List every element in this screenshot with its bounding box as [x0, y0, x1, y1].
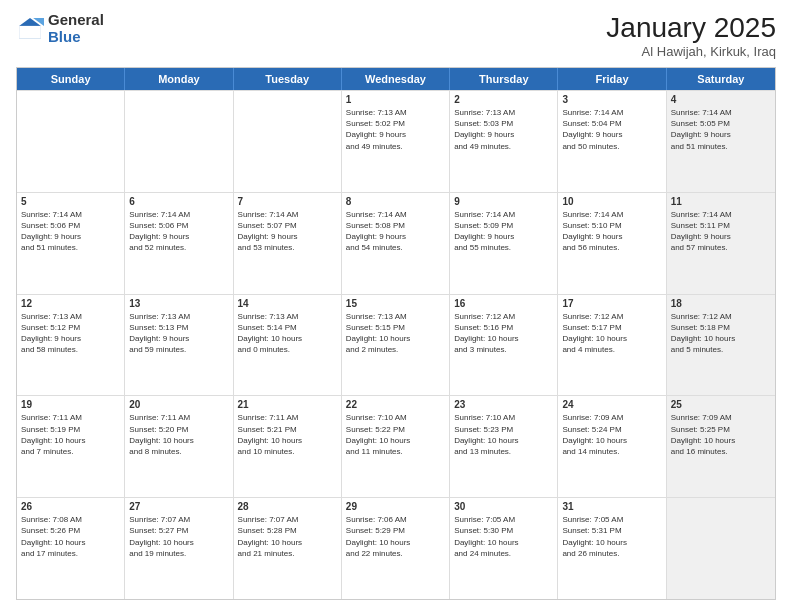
calendar-cell: 30Sunrise: 7:05 AM Sunset: 5:30 PM Dayli…	[450, 498, 558, 599]
day-number: 29	[346, 501, 445, 512]
day-number: 20	[129, 399, 228, 410]
calendar-cell: 1Sunrise: 7:13 AM Sunset: 5:02 PM Daylig…	[342, 91, 450, 192]
day-details: Sunrise: 7:07 AM Sunset: 5:28 PM Dayligh…	[238, 515, 302, 558]
calendar-cell: 24Sunrise: 7:09 AM Sunset: 5:24 PM Dayli…	[558, 396, 666, 497]
calendar-week-1: 1Sunrise: 7:13 AM Sunset: 5:02 PM Daylig…	[17, 90, 775, 192]
day-details: Sunrise: 7:13 AM Sunset: 5:13 PM Dayligh…	[129, 312, 190, 355]
day-details: Sunrise: 7:14 AM Sunset: 5:05 PM Dayligh…	[671, 108, 732, 151]
calendar-cell: 4Sunrise: 7:14 AM Sunset: 5:05 PM Daylig…	[667, 91, 775, 192]
day-details: Sunrise: 7:13 AM Sunset: 5:02 PM Dayligh…	[346, 108, 407, 151]
day-details: Sunrise: 7:11 AM Sunset: 5:21 PM Dayligh…	[238, 413, 302, 456]
day-number: 31	[562, 501, 661, 512]
day-number: 3	[562, 94, 661, 105]
calendar-cell: 8Sunrise: 7:14 AM Sunset: 5:08 PM Daylig…	[342, 193, 450, 294]
header: General Blue January 2025 Al Hawijah, Ki…	[16, 12, 776, 59]
calendar-week-5: 26Sunrise: 7:08 AM Sunset: 5:26 PM Dayli…	[17, 497, 775, 599]
day-details: Sunrise: 7:06 AM Sunset: 5:29 PM Dayligh…	[346, 515, 410, 558]
day-number: 22	[346, 399, 445, 410]
calendar-cell: 23Sunrise: 7:10 AM Sunset: 5:23 PM Dayli…	[450, 396, 558, 497]
calendar-cell: 26Sunrise: 7:08 AM Sunset: 5:26 PM Dayli…	[17, 498, 125, 599]
calendar-cell: 15Sunrise: 7:13 AM Sunset: 5:15 PM Dayli…	[342, 295, 450, 396]
calendar-cell: 21Sunrise: 7:11 AM Sunset: 5:21 PM Dayli…	[234, 396, 342, 497]
day-details: Sunrise: 7:10 AM Sunset: 5:23 PM Dayligh…	[454, 413, 518, 456]
calendar-cell: 19Sunrise: 7:11 AM Sunset: 5:19 PM Dayli…	[17, 396, 125, 497]
day-number: 15	[346, 298, 445, 309]
day-number: 6	[129, 196, 228, 207]
day-details: Sunrise: 7:05 AM Sunset: 5:30 PM Dayligh…	[454, 515, 518, 558]
day-details: Sunrise: 7:11 AM Sunset: 5:19 PM Dayligh…	[21, 413, 85, 456]
day-number: 7	[238, 196, 337, 207]
day-number: 10	[562, 196, 661, 207]
day-number: 16	[454, 298, 553, 309]
day-header-saturday: Saturday	[667, 68, 775, 90]
location-subtitle: Al Hawijah, Kirkuk, Iraq	[606, 44, 776, 59]
day-number: 12	[21, 298, 120, 309]
day-number: 23	[454, 399, 553, 410]
logo: General Blue	[16, 12, 104, 45]
logo-general-text: General	[48, 12, 104, 29]
calendar-cell	[667, 498, 775, 599]
logo-blue-text: Blue	[48, 29, 104, 46]
title-block: January 2025 Al Hawijah, Kirkuk, Iraq	[606, 12, 776, 59]
calendar-cell: 14Sunrise: 7:13 AM Sunset: 5:14 PM Dayli…	[234, 295, 342, 396]
day-number: 4	[671, 94, 771, 105]
calendar: SundayMondayTuesdayWednesdayThursdayFrid…	[16, 67, 776, 600]
day-number: 11	[671, 196, 771, 207]
day-details: Sunrise: 7:14 AM Sunset: 5:09 PM Dayligh…	[454, 210, 515, 253]
day-number: 17	[562, 298, 661, 309]
day-number: 28	[238, 501, 337, 512]
day-details: Sunrise: 7:08 AM Sunset: 5:26 PM Dayligh…	[21, 515, 85, 558]
calendar-cell: 11Sunrise: 7:14 AM Sunset: 5:11 PM Dayli…	[667, 193, 775, 294]
day-number: 5	[21, 196, 120, 207]
day-details: Sunrise: 7:14 AM Sunset: 5:11 PM Dayligh…	[671, 210, 732, 253]
day-header-thursday: Thursday	[450, 68, 558, 90]
day-number: 24	[562, 399, 661, 410]
calendar-cell: 9Sunrise: 7:14 AM Sunset: 5:09 PM Daylig…	[450, 193, 558, 294]
day-number: 27	[129, 501, 228, 512]
day-details: Sunrise: 7:05 AM Sunset: 5:31 PM Dayligh…	[562, 515, 626, 558]
day-number: 1	[346, 94, 445, 105]
day-header-wednesday: Wednesday	[342, 68, 450, 90]
day-number: 14	[238, 298, 337, 309]
day-details: Sunrise: 7:09 AM Sunset: 5:24 PM Dayligh…	[562, 413, 626, 456]
calendar-week-2: 5Sunrise: 7:14 AM Sunset: 5:06 PM Daylig…	[17, 192, 775, 294]
day-details: Sunrise: 7:13 AM Sunset: 5:03 PM Dayligh…	[454, 108, 515, 151]
day-details: Sunrise: 7:14 AM Sunset: 5:08 PM Dayligh…	[346, 210, 407, 253]
calendar-cell: 27Sunrise: 7:07 AM Sunset: 5:27 PM Dayli…	[125, 498, 233, 599]
day-details: Sunrise: 7:14 AM Sunset: 5:06 PM Dayligh…	[129, 210, 190, 253]
calendar-cell	[17, 91, 125, 192]
calendar-week-4: 19Sunrise: 7:11 AM Sunset: 5:19 PM Dayli…	[17, 395, 775, 497]
calendar-cell	[125, 91, 233, 192]
day-header-monday: Monday	[125, 68, 233, 90]
calendar-header: SundayMondayTuesdayWednesdayThursdayFrid…	[17, 68, 775, 90]
logo-icon	[16, 15, 44, 43]
day-details: Sunrise: 7:14 AM Sunset: 5:07 PM Dayligh…	[238, 210, 299, 253]
calendar-cell: 17Sunrise: 7:12 AM Sunset: 5:17 PM Dayli…	[558, 295, 666, 396]
svg-rect-2	[19, 25, 41, 37]
day-header-tuesday: Tuesday	[234, 68, 342, 90]
calendar-cell: 31Sunrise: 7:05 AM Sunset: 5:31 PM Dayli…	[558, 498, 666, 599]
month-title: January 2025	[606, 12, 776, 44]
day-number: 30	[454, 501, 553, 512]
calendar-cell: 28Sunrise: 7:07 AM Sunset: 5:28 PM Dayli…	[234, 498, 342, 599]
calendar-cell: 13Sunrise: 7:13 AM Sunset: 5:13 PM Dayli…	[125, 295, 233, 396]
day-details: Sunrise: 7:12 AM Sunset: 5:16 PM Dayligh…	[454, 312, 518, 355]
calendar-cell: 16Sunrise: 7:12 AM Sunset: 5:16 PM Dayli…	[450, 295, 558, 396]
calendar-cell: 3Sunrise: 7:14 AM Sunset: 5:04 PM Daylig…	[558, 91, 666, 192]
calendar-cell: 12Sunrise: 7:13 AM Sunset: 5:12 PM Dayli…	[17, 295, 125, 396]
logo-text: General Blue	[48, 12, 104, 45]
calendar-cell: 29Sunrise: 7:06 AM Sunset: 5:29 PM Dayli…	[342, 498, 450, 599]
calendar-body: 1Sunrise: 7:13 AM Sunset: 5:02 PM Daylig…	[17, 90, 775, 599]
day-number: 26	[21, 501, 120, 512]
day-details: Sunrise: 7:10 AM Sunset: 5:22 PM Dayligh…	[346, 413, 410, 456]
page: General Blue January 2025 Al Hawijah, Ki…	[0, 0, 792, 612]
day-number: 2	[454, 94, 553, 105]
day-header-sunday: Sunday	[17, 68, 125, 90]
day-details: Sunrise: 7:12 AM Sunset: 5:18 PM Dayligh…	[671, 312, 735, 355]
day-number: 21	[238, 399, 337, 410]
calendar-cell: 25Sunrise: 7:09 AM Sunset: 5:25 PM Dayli…	[667, 396, 775, 497]
day-details: Sunrise: 7:12 AM Sunset: 5:17 PM Dayligh…	[562, 312, 626, 355]
day-header-friday: Friday	[558, 68, 666, 90]
calendar-cell: 18Sunrise: 7:12 AM Sunset: 5:18 PM Dayli…	[667, 295, 775, 396]
calendar-cell: 10Sunrise: 7:14 AM Sunset: 5:10 PM Dayli…	[558, 193, 666, 294]
